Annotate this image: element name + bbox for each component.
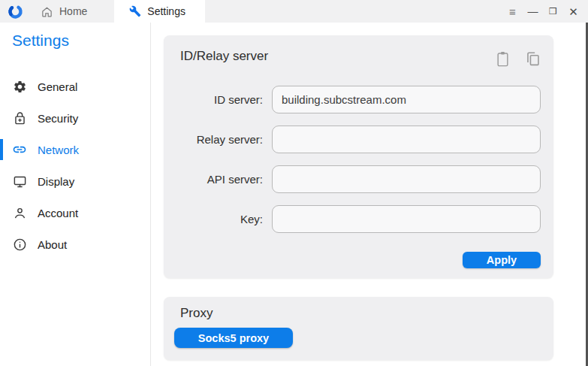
id-relay-server-card: ID/Relay server ID server: — [164, 35, 553, 278]
sidebar-item-account-label: Account — [38, 207, 78, 219]
copy-icon — [525, 50, 541, 68]
menu-icon[interactable]: ≡ — [502, 0, 523, 23]
window-controls: ≡ — ❒ ✕ — [502, 0, 588, 23]
key-label: Key: — [180, 213, 263, 225]
relay-server-label: Relay server: — [180, 133, 263, 146]
sidebar-nav: General Security Netwo — [0, 71, 150, 260]
apply-button[interactable]: Apply — [463, 252, 541, 268]
server-fields: ID server: Relay server: API server: Key… — [180, 86, 541, 233]
api-server-input[interactable] — [272, 165, 541, 193]
id-relay-card-title: ID/Relay server — [180, 49, 268, 64]
copy-button[interactable] — [525, 50, 541, 68]
close-icon[interactable]: ✕ — [563, 0, 583, 23]
id-server-input[interactable] — [272, 86, 541, 113]
id-server-label: ID server: — [180, 93, 263, 106]
tab-home-label: Home — [59, 5, 87, 17]
sidebar-item-security[interactable]: Security — [0, 102, 150, 134]
id-relay-header-icons — [496, 49, 541, 68]
relay-server-row: Relay server: — [180, 126, 541, 153]
relay-server-input[interactable] — [272, 126, 541, 153]
titlebar: Home Settings ≡ — ❒ ✕ — [0, 0, 588, 23]
monitor-icon — [12, 174, 27, 189]
sidebar-item-network[interactable]: Network — [0, 134, 150, 165]
tab-settings-label: Settings — [147, 5, 185, 17]
gear-icon — [12, 79, 27, 94]
home-icon — [41, 5, 53, 18]
sidebar-item-display[interactable]: Display — [0, 165, 150, 197]
person-icon — [12, 205, 27, 220]
tab-settings[interactable]: Settings — [114, 0, 205, 23]
api-server-row: API server: — [180, 165, 541, 193]
sidebar-item-network-label: Network — [38, 144, 79, 156]
sidebar-item-security-label: Security — [38, 112, 78, 125]
lock-plus-icon — [12, 110, 27, 126]
rustdesk-logo-icon — [8, 4, 23, 20]
sidebar-item-general-label: General — [38, 80, 77, 93]
proxy-card: Proxy Socks5 proxy — [164, 297, 553, 360]
proxy-card-title: Proxy — [180, 306, 541, 321]
sidebar-title: Settings — [12, 32, 150, 50]
sidebar-item-about[interactable]: About — [0, 228, 150, 260]
app-window: Home Settings ≡ — ❒ ✕ Settings — [0, 0, 588, 366]
info-icon — [12, 237, 27, 252]
wrench-icon — [129, 5, 141, 17]
id-relay-card-header: ID/Relay server — [180, 49, 541, 68]
sidebar-item-display-label: Display — [38, 175, 74, 188]
paste-button[interactable] — [496, 50, 510, 68]
tab-home[interactable]: Home — [30, 0, 98, 23]
titlebar-spacer — [205, 0, 502, 23]
key-row: Key: — [180, 205, 541, 233]
clipboard-paste-icon — [496, 50, 510, 68]
id-server-row: ID server: — [180, 86, 541, 113]
sidebar-item-general[interactable]: General — [0, 71, 150, 102]
link-icon — [12, 142, 27, 157]
maximize-icon[interactable]: ❒ — [543, 0, 563, 23]
sidebar-item-account[interactable]: Account — [0, 197, 150, 228]
key-input[interactable] — [272, 205, 541, 233]
minimize-icon[interactable]: — — [523, 0, 543, 23]
app-logo — [0, 0, 30, 23]
socks5-proxy-button[interactable]: Socks5 proxy — [174, 328, 293, 348]
api-server-label: API server: — [180, 173, 263, 186]
settings-sidebar: Settings General Securit — [0, 23, 151, 366]
sidebar-item-about-label: About — [38, 238, 67, 251]
